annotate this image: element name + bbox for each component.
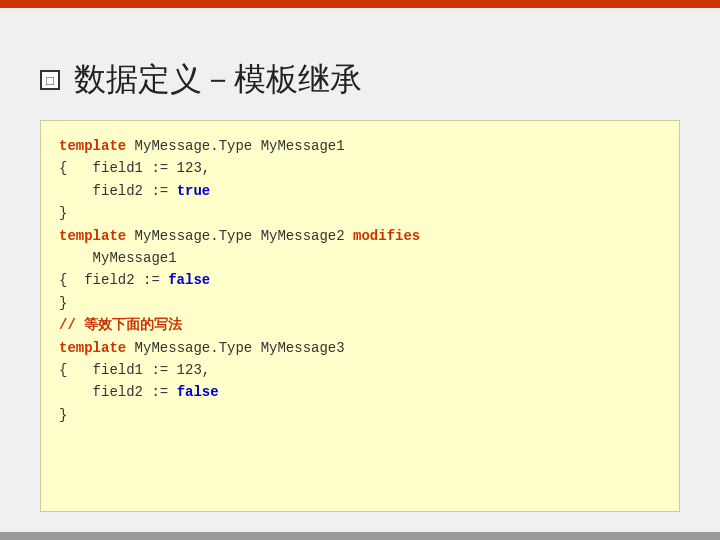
code-line: }: [59, 202, 661, 224]
code-line: template MyMessage.Type MyMessage1: [59, 135, 661, 157]
code-line: field2 := true: [59, 180, 661, 202]
checkbox-icon: □: [40, 70, 60, 90]
code-line: template MyMessage.Type MyMessage3: [59, 337, 661, 359]
code-box: template MyMessage.Type MyMessage1 { fie…: [40, 120, 680, 512]
keyword-false: false: [177, 384, 219, 400]
keyword-true: true: [177, 183, 211, 199]
keyword-template: template: [59, 340, 126, 356]
code-line: }: [59, 404, 661, 426]
code-line: MyMessage1: [59, 247, 661, 269]
comment-line: // 等效下面的写法: [59, 317, 182, 333]
code-line: { field1 := 123,: [59, 359, 661, 381]
checkbox-mark: □: [46, 73, 54, 88]
keyword-template: template: [59, 138, 126, 154]
slide-title: 数据定义－模板继承: [74, 58, 362, 102]
code-line: { field2 := false: [59, 269, 661, 291]
keyword-modifies: modifies: [353, 228, 420, 244]
keyword-template: template: [59, 228, 126, 244]
code-line: { field1 := 123,: [59, 157, 661, 179]
title-row: □ 数据定义－模板继承: [40, 58, 680, 102]
code-line: template MyMessage.Type MyMessage2 modif…: [59, 225, 661, 247]
code-line: field2 := false: [59, 381, 661, 403]
keyword-false: false: [168, 272, 210, 288]
slide-content: □ 数据定义－模板继承 template MyMessage.Type MyMe…: [0, 8, 720, 532]
code-line: }: [59, 292, 661, 314]
top-bar: [0, 0, 720, 8]
bottom-bar: [0, 532, 720, 540]
code-line: // 等效下面的写法: [59, 314, 661, 336]
slide-container: □ 数据定义－模板继承 template MyMessage.Type MyMe…: [0, 0, 720, 540]
